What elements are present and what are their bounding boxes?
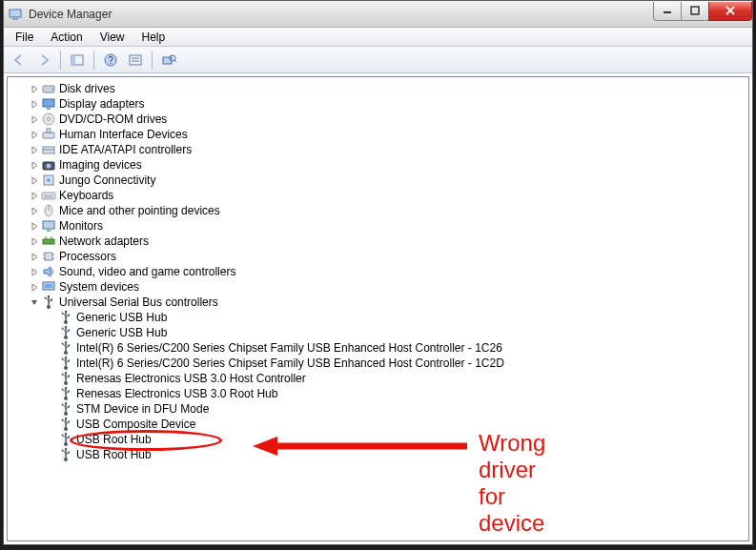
tree-node-label[interactable]: Human Interface Devices [59, 127, 188, 142]
tree-node-label[interactable]: Renesas Electronics USB 3.0 Host Control… [76, 371, 306, 386]
tree-node[interactable]: System devices [8, 279, 748, 295]
tree-node-label[interactable]: Jungo Connectivity [59, 173, 155, 188]
scan-hardware-button[interactable] [157, 50, 180, 71]
svg-rect-48 [51, 299, 52, 301]
tree-node-label[interactable]: Display adapters [59, 96, 144, 112]
tree-node-label[interactable]: Imaging devices [59, 157, 142, 173]
tree-node[interactable]: Generic USB Hub [8, 325, 748, 340]
expander-closed-icon[interactable] [29, 113, 40, 125]
svg-point-87 [65, 448, 67, 450]
tree-node-label[interactable]: USB Root Hub [76, 447, 152, 462]
tree-node[interactable]: Keyboards [8, 188, 748, 203]
app-icon [8, 7, 23, 22]
tree-node-label[interactable]: Universal Serial Bus controllers [59, 295, 218, 310]
tree-node[interactable]: Human Interface Devices [8, 127, 748, 142]
tree-node[interactable]: Intel(R) 6 Series/C200 Series Chipset Fa… [8, 356, 748, 371]
svg-rect-52 [68, 315, 70, 316]
svg-point-77 [62, 404, 64, 406]
tree-node[interactable]: Processors [8, 249, 748, 264]
help-button[interactable]: ? [99, 50, 122, 71]
tree-node-label[interactable]: Keyboards [59, 188, 113, 203]
toolbar-separator [152, 51, 153, 70]
close-button[interactable] [708, 2, 752, 21]
window-controls [654, 2, 752, 21]
tree-node-label[interactable]: Generic USB Hub [76, 325, 167, 340]
expander-open-icon[interactable] [29, 296, 40, 308]
svg-point-62 [64, 366, 68, 370]
expander-closed-icon[interactable] [29, 251, 40, 262]
tree-node[interactable]: Jungo Connectivity [8, 173, 748, 188]
tree-node-label[interactable]: System devices [59, 279, 139, 295]
tree-node[interactable]: Mice and other pointing devices [8, 203, 748, 218]
tree-node[interactable]: IDE ATA/ATAPI controllers [8, 142, 748, 157]
tree-node[interactable]: Network adapters [8, 234, 748, 249]
tree-node[interactable]: STM Device in DFU Mode [8, 401, 748, 417]
tree-node[interactable]: DVD/CD-ROM drives [8, 112, 748, 127]
expander-closed-icon[interactable] [29, 98, 40, 110]
menu-file[interactable]: File [8, 30, 41, 45]
toolbar: ? [4, 47, 752, 73]
tree-node-label[interactable]: Renesas Electronics USB 3.0 Root Hub [76, 386, 277, 401]
tree-node[interactable]: Sound, video and game controllers [8, 264, 748, 279]
expander-closed-icon[interactable] [29, 220, 40, 232]
expander-closed-icon[interactable] [29, 144, 40, 155]
tree-node-label[interactable]: DVD/CD-ROM drives [59, 112, 167, 127]
back-button[interactable] [8, 50, 31, 71]
tree-node[interactable]: Renesas Electronics USB 3.0 Host Control… [8, 371, 748, 386]
svg-point-27 [47, 178, 51, 182]
tree-node[interactable]: USB Composite Device [8, 417, 748, 432]
expander-closed-icon[interactable] [29, 129, 40, 140]
tree-node-label[interactable]: Intel(R) 6 Series/C200 Series Chipset Fa… [76, 356, 504, 371]
svg-point-81 [62, 419, 64, 421]
menu-view[interactable]: View [92, 30, 133, 45]
tree-node[interactable]: Imaging devices [8, 157, 748, 173]
tree-node[interactable]: Monitors [8, 218, 748, 234]
tree-node-label[interactable]: Generic USB Hub [76, 310, 167, 325]
svg-point-61 [62, 343, 64, 345]
tree-node[interactable]: USB Root Hub [8, 432, 748, 447]
tree-node-label[interactable]: Disk drives [59, 81, 115, 96]
tree-node-label[interactable]: USB Root Hub [76, 432, 152, 447]
expander-closed-icon[interactable] [29, 281, 40, 293]
svg-rect-17 [47, 108, 51, 110]
tree-node[interactable]: Intel(R) 6 Series/C200 Series Chipset Fa… [8, 340, 748, 356]
tree-node-label[interactable]: STM Device in DFU Mode [76, 401, 209, 417]
maximize-button[interactable] [681, 2, 709, 21]
expander-closed-icon[interactable] [29, 205, 40, 216]
show-hide-console-tree-button[interactable] [66, 50, 89, 71]
usb-icon [58, 432, 73, 447]
tree-node-label[interactable]: Mice and other pointing devices [59, 203, 220, 218]
tree-node-label[interactable]: Network adapters [59, 234, 149, 249]
tree-node-label[interactable]: Sound, video and game controllers [59, 264, 235, 279]
expander-closed-icon[interactable] [29, 83, 40, 94]
display-icon [41, 96, 56, 112]
expander-closed-icon[interactable] [29, 190, 40, 201]
menu-help[interactable]: Help [134, 30, 174, 45]
properties-button[interactable] [124, 50, 147, 71]
titlebar[interactable]: Device Manager [4, 1, 752, 28]
tree-node-label[interactable]: Processors [59, 249, 116, 264]
minimize-button[interactable] [653, 2, 682, 21]
tree-node-label[interactable]: USB Composite Device [76, 417, 195, 432]
tree-node[interactable]: Display adapters [8, 96, 748, 112]
expander-closed-icon[interactable] [29, 266, 40, 277]
tree-node-label[interactable]: Monitors [59, 218, 103, 234]
expander-closed-icon[interactable] [29, 174, 40, 186]
svg-rect-21 [47, 129, 51, 132]
svg-point-65 [62, 358, 64, 360]
device-tree[interactable]: Disk drivesDisplay adaptersDVD/CD-ROM dr… [8, 77, 748, 540]
svg-point-73 [62, 389, 64, 391]
usb-icon [41, 295, 56, 310]
tree-node-label[interactable]: Intel(R) 6 Series/C200 Series Chipset Fa… [76, 340, 502, 356]
expander-closed-icon[interactable] [29, 159, 40, 171]
tree-node[interactable]: Renesas Electronics USB 3.0 Root Hub [8, 386, 748, 401]
tree-node[interactable]: Universal Serial Bus controllers [8, 295, 748, 310]
tree-node[interactable]: Disk drives [8, 81, 748, 96]
tree-node[interactable]: Generic USB Hub [8, 310, 748, 325]
tree-node-label[interactable]: IDE ATA/ATAPI controllers [59, 142, 192, 157]
toolbar-separator [93, 51, 94, 70]
menu-action[interactable]: Action [43, 30, 90, 45]
tree-node[interactable]: USB Root Hub [8, 447, 748, 462]
forward-button[interactable] [32, 50, 55, 71]
expander-closed-icon[interactable] [29, 235, 40, 247]
